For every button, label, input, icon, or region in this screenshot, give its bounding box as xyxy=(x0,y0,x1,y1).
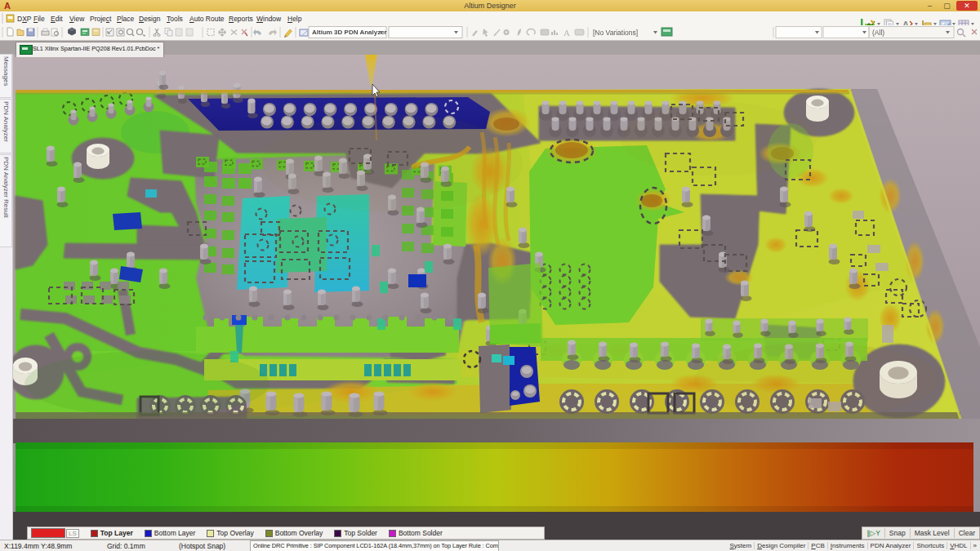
svg-text:[No Variations]: [No Variations] xyxy=(593,29,638,37)
svg-text:(All): (All) xyxy=(872,29,884,37)
svg-text:A: A xyxy=(564,28,570,38)
svg-text:A: A xyxy=(902,20,909,25)
svg-text:Altium 3D PDN Analyzer: Altium 3D PDN Analyzer xyxy=(312,29,387,36)
